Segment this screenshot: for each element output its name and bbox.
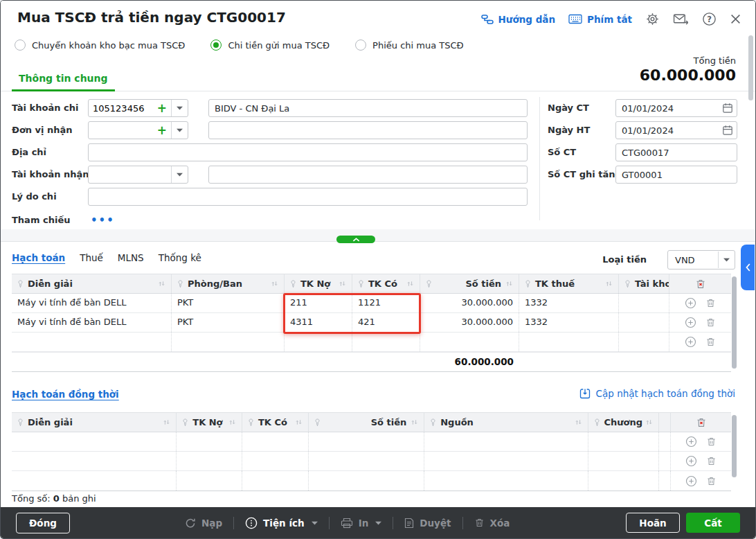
add-row-button[interactable] — [685, 317, 696, 328]
shortcuts-link[interactable]: Phím tắt — [568, 14, 632, 25]
table-cell[interactable] — [352, 333, 420, 351]
close-dialog-button[interactable]: Đóng — [16, 513, 70, 533]
add-row-button[interactable] — [685, 436, 697, 448]
table-cell[interactable] — [12, 432, 177, 451]
side-panel-toggle[interactable] — [741, 245, 755, 290]
approve-button[interactable]: Duyệt — [404, 518, 451, 529]
table-cell[interactable] — [424, 471, 588, 491]
add-row-button[interactable] — [685, 475, 697, 487]
column-header[interactable]: Tài kho — [619, 274, 669, 293]
delete-row-button[interactable] — [705, 337, 716, 347]
table-cell[interactable]: 30.000.000 — [420, 294, 519, 312]
column-header[interactable]: TK Có — [352, 274, 420, 293]
radio-chuyen-khoan[interactable]: Chuyển khoản kho bạc mua TSCĐ — [15, 39, 185, 51]
table-cell[interactable] — [588, 432, 660, 451]
help-button[interactable] — [702, 12, 717, 26]
address-input[interactable] — [88, 143, 528, 161]
add-icon[interactable]: + — [156, 100, 171, 116]
receive-account-combo[interactable] — [88, 166, 188, 184]
table-cell[interactable] — [242, 432, 309, 451]
table-cell[interactable] — [12, 471, 177, 491]
receiver-unit-combo[interactable]: + — [88, 121, 188, 139]
table-cell[interactable]: 4311 — [285, 313, 352, 332]
utilities-button[interactable]: Tiện ích — [245, 517, 318, 529]
pay-account-input[interactable] — [89, 100, 156, 116]
table-cell[interactable] — [177, 452, 242, 470]
tab-hach-toan[interactable]: Hạch toán — [12, 252, 65, 263]
receive-account-input[interactable] — [89, 166, 171, 183]
save-button[interactable]: Cất — [686, 513, 740, 533]
postpone-button[interactable]: Hoãn — [626, 513, 680, 533]
radio-chi-tien-gui[interactable]: Chi tiền gửi mua TSCĐ — [210, 39, 330, 51]
tab-thong-ke[interactable]: Thống kê — [159, 252, 201, 263]
table-cell[interactable]: 30.000.000 — [420, 313, 519, 332]
radio-phieu-chi[interactable]: Phiếu chi mua TSCĐ — [355, 39, 464, 51]
table-cell[interactable] — [12, 333, 172, 351]
settings-button[interactable] — [645, 12, 660, 26]
column-header[interactable]: Số tiền — [309, 413, 425, 432]
currency-select[interactable]: VND — [667, 250, 735, 270]
chevron-down-icon[interactable] — [172, 100, 188, 116]
tab-mlns[interactable]: MLNS — [118, 252, 144, 263]
payment-reason-input[interactable] — [88, 188, 528, 206]
table-cell[interactable] — [309, 471, 425, 491]
calendar-icon[interactable] — [722, 103, 733, 114]
delete-all-column-header[interactable] — [671, 413, 731, 432]
window-scrollbar[interactable] — [748, 35, 753, 100]
column-header[interactable]: Chương — [588, 413, 660, 432]
table-cell[interactable]: 211 — [285, 294, 352, 312]
receive-account-name-input[interactable] — [208, 166, 528, 184]
add-row-button[interactable] — [685, 297, 696, 309]
table-cell[interactable] — [177, 471, 242, 491]
chevron-down-icon[interactable] — [172, 122, 188, 139]
table-cell[interactable]: PKT — [172, 313, 285, 332]
table-cell[interactable] — [309, 432, 425, 451]
column-header[interactable]: Số tiền — [420, 274, 519, 293]
document-date-input[interactable] — [615, 99, 737, 117]
pay-account-combo[interactable]: + — [88, 99, 188, 117]
table-cell[interactable] — [619, 313, 669, 332]
grid-scrollbar[interactable] — [732, 276, 737, 369]
table-cell[interactable] — [619, 333, 669, 351]
delete-row-button[interactable] — [706, 436, 717, 447]
column-header[interactable]: Phòng/Ban — [172, 274, 285, 293]
table-cell[interactable] — [177, 432, 242, 451]
table-cell[interactable]: PKT — [172, 294, 285, 312]
table-cell[interactable] — [424, 432, 588, 451]
update-simultaneous-link[interactable]: Cập nhật hạch toán đồng thời — [579, 388, 735, 399]
reload-button[interactable]: Nạp — [185, 518, 222, 529]
document-number-input[interactable] — [615, 143, 737, 161]
grid-scrollbar[interactable] — [732, 415, 737, 477]
delete-row-button[interactable] — [706, 456, 717, 466]
table-cell[interactable] — [588, 452, 660, 470]
table-cell[interactable] — [424, 452, 588, 470]
add-row-button[interactable] — [685, 455, 697, 467]
table-cell[interactable] — [519, 333, 619, 351]
calendar-icon[interactable] — [722, 125, 733, 136]
table-cell[interactable] — [619, 294, 669, 312]
delete-all-column-header[interactable] — [669, 274, 731, 293]
column-header[interactable]: TK thuế — [519, 274, 619, 293]
delete-row-button[interactable] — [706, 476, 717, 486]
simultaneous-section-link[interactable]: Hạch toán đồng thời — [12, 389, 119, 400]
table-cell[interactable]: Máy vi tính để bàn DELL — [12, 313, 172, 332]
table-cell[interactable] — [242, 471, 309, 491]
increase-number-input[interactable] — [615, 166, 737, 184]
send-feedback-button[interactable] — [673, 13, 689, 25]
posting-date-input[interactable] — [615, 121, 737, 139]
delete-row-button[interactable] — [705, 317, 716, 328]
collapse-form-button[interactable] — [336, 236, 375, 243]
table-cell[interactable] — [285, 333, 352, 351]
table-cell[interactable]: Máy vi tính để bàn DELL — [12, 294, 172, 312]
guide-link[interactable]: Hướng dẫn — [481, 14, 556, 25]
table-cell[interactable]: 1332 — [519, 313, 619, 332]
close-button[interactable] — [730, 13, 741, 25]
add-row-button[interactable] — [685, 336, 696, 348]
table-cell[interactable]: 1332 — [519, 294, 619, 312]
delete-button[interactable]: Xóa — [474, 518, 510, 529]
table-cell[interactable]: 1121 — [352, 294, 420, 312]
table-cell[interactable] — [172, 333, 285, 351]
column-header[interactable]: Diễn giải — [12, 274, 172, 293]
tab-thong-tin-chung[interactable]: Thông tin chung — [12, 73, 115, 91]
add-icon[interactable]: + — [156, 122, 171, 139]
